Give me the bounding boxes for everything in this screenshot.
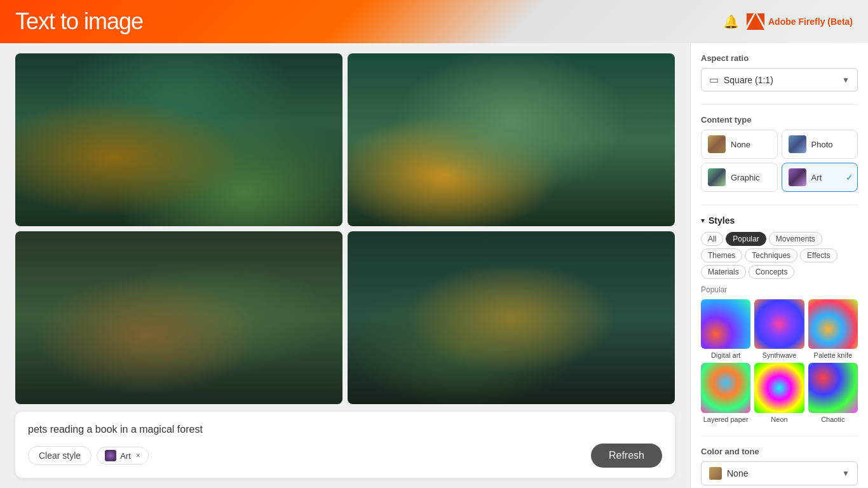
content-type-label: Content type [701, 115, 858, 125]
popular-label: Popular [701, 285, 858, 294]
page-title: Text to image [15, 8, 143, 35]
style-palette-knife[interactable]: Palette knife [808, 299, 858, 359]
palette-knife-thumb [808, 299, 858, 349]
style-filter-row: All Popular Movements Themes Techniques … [701, 232, 858, 279]
photo-thumb [789, 135, 806, 153]
color-tone-chevron-icon: ▼ [842, 469, 850, 478]
aspect-ratio-value: Square (1:1) [724, 75, 773, 85]
prompt-text[interactable]: pets reading a book in a magical forest [28, 422, 662, 437]
square-aspect-icon: ▭ [709, 74, 719, 86]
adobe-firefly-label: Adobe Firefly (Beta) [768, 17, 853, 27]
layered-paper-label: Layered paper [701, 416, 750, 423]
content-type-art[interactable]: Art ✓ [782, 163, 858, 192]
style-digital-art[interactable]: Digital art [701, 299, 750, 359]
color-tone-label: Color and tone [701, 447, 858, 456]
styles-chevron-icon: ▾ [701, 216, 705, 225]
styles-header[interactable]: ▾ Styles [701, 215, 858, 226]
style-grid: Digital art Synthwave Palette knife Laye… [701, 299, 858, 423]
adobe-logo: Adobe Firefly (Beta) [747, 13, 853, 30]
content-type-section: Content type None Photo Graphic Art [701, 115, 858, 192]
neon-label: Neon [754, 416, 804, 423]
content-type-photo-label: Photo [811, 140, 833, 149]
prompt-tags: Clear style [28, 446, 149, 465]
style-synthwave[interactable]: Synthwave [754, 299, 804, 359]
clear-style-button[interactable]: Clear style [28, 446, 92, 465]
art-tag-label: Art [120, 451, 131, 461]
art-check-icon: ✓ [846, 172, 853, 182]
art-tag-icon [105, 450, 116, 461]
image-cell-top-right[interactable] [348, 53, 675, 226]
image-grid [15, 53, 675, 404]
header-right: 🔔 Adobe Firefly (Beta) [723, 13, 853, 30]
content-type-graphic-label: Graphic [731, 173, 760, 182]
digital-art-thumb [701, 299, 750, 349]
graphic-thumb [708, 168, 726, 186]
refresh-button[interactable]: Refresh [591, 444, 662, 468]
filter-effects[interactable]: Effects [800, 248, 837, 262]
color-tone-inner: None [709, 467, 748, 480]
filter-all[interactable]: All [701, 232, 723, 246]
styles-section: ▾ Styles All Popular Movements Themes Te… [701, 215, 858, 423]
divider-1 [701, 104, 858, 105]
synthwave-thumb [754, 299, 804, 349]
art-thumb [789, 168, 806, 186]
prompt-actions: Clear style [28, 444, 662, 468]
styles-title: Styles [709, 215, 735, 226]
right-panel: Aspect ratio ▭ Square (1:1) ▼ Content ty… [690, 43, 868, 488]
divider-3 [701, 436, 858, 437]
art-tag-close-icon[interactable]: × [136, 451, 140, 460]
filter-themes[interactable]: Themes [701, 248, 742, 262]
filter-materials[interactable]: Materials [701, 265, 746, 279]
prompt-bar: pets reading a book in a magical forest … [15, 412, 675, 478]
style-neon[interactable]: Neon [754, 363, 804, 423]
art-tag[interactable]: Art × [97, 447, 149, 464]
chaotic-label: Chaotic [808, 416, 858, 423]
canvas-area: pets reading a book in a magical forest … [0, 43, 690, 488]
aspect-ratio-label: Aspect ratio [701, 53, 858, 63]
bell-icon[interactable]: 🔔 [723, 14, 739, 29]
aspect-ratio-chevron-icon: ▼ [842, 76, 850, 85]
image-cell-bottom-right[interactable] [348, 231, 675, 404]
chaotic-thumb [808, 363, 858, 412]
neon-thumb [754, 363, 804, 412]
color-tone-select[interactable]: None ▼ [701, 461, 858, 485]
style-chaotic[interactable]: Chaotic [808, 363, 858, 423]
aspect-ratio-select-inner: ▭ Square (1:1) [709, 74, 773, 86]
content-type-none-label: None [731, 140, 750, 149]
digital-art-label: Digital art [701, 351, 750, 359]
art-icon [105, 450, 116, 461]
content-type-art-label: Art [811, 173, 822, 182]
color-tone-section: Color and tone None ▼ [701, 447, 858, 485]
image-cell-bottom-left[interactable] [15, 231, 342, 404]
aspect-ratio-select[interactable]: ▭ Square (1:1) ▼ [701, 68, 858, 92]
filter-concepts[interactable]: Concepts [749, 265, 795, 279]
filter-movements[interactable]: Movements [769, 232, 822, 246]
aspect-ratio-section: Aspect ratio ▭ Square (1:1) ▼ [701, 53, 858, 92]
content-type-none[interactable]: None [701, 130, 778, 159]
content-type-photo[interactable]: Photo [782, 130, 858, 159]
divider-2 [701, 205, 858, 205]
filter-popular[interactable]: Popular [726, 232, 766, 246]
filter-techniques[interactable]: Techniques [745, 248, 797, 262]
none-thumb [708, 135, 726, 153]
layered-paper-thumb [701, 363, 750, 412]
header: Text to image 🔔 Adobe Firefly (Beta) [0, 0, 868, 43]
color-tone-icon [709, 467, 722, 480]
main-layout: pets reading a book in a magical forest … [0, 43, 868, 488]
content-type-grid: None Photo Graphic Art ✓ [701, 130, 858, 192]
style-layered-paper[interactable]: Layered paper [701, 363, 750, 423]
content-type-graphic[interactable]: Graphic [701, 163, 778, 192]
adobe-logo-icon [747, 13, 764, 30]
color-tone-value: None [727, 468, 748, 478]
svg-rect-3 [105, 450, 116, 461]
synthwave-label: Synthwave [754, 351, 804, 359]
image-cell-top-left[interactable] [15, 53, 342, 226]
palette-knife-label: Palette knife [808, 351, 858, 359]
